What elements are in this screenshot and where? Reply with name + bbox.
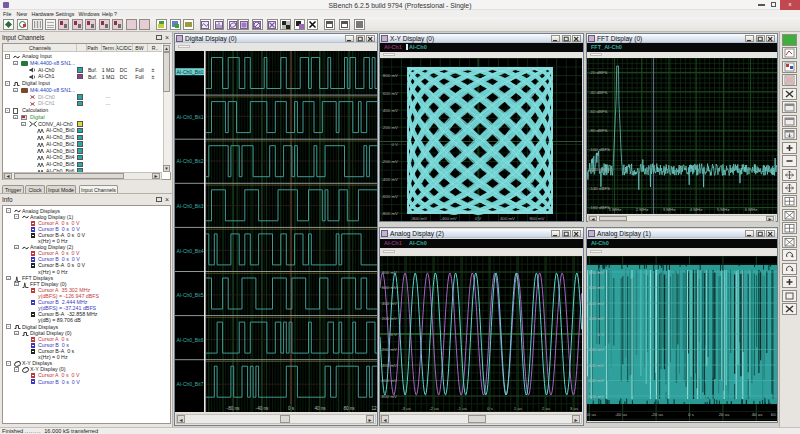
svg-text:-120 dBFS: -120 dBFS <box>589 167 610 172</box>
svg-text:-3 us: -3 us <box>401 406 412 411</box>
svg-text:600 mV: 600 mV <box>383 91 398 96</box>
svg-text:1 us: 1 us <box>514 406 523 411</box>
svg-text:200 mV: 200 mV <box>589 316 604 321</box>
svg-text:-200 mV: -200 mV <box>380 347 397 352</box>
svg-text:-80 ns: -80 ns <box>227 406 240 411</box>
svg-text:AI-Ch0_Bit2: AI-Ch0_Bit2 <box>177 158 204 164</box>
svg-text:AI-Ch0_Bit0: AI-Ch0_Bit0 <box>177 69 204 75</box>
svg-text:6 MHz: 6 MHz <box>745 207 758 212</box>
svg-text:-400 mV: -400 mV <box>587 363 604 368</box>
svg-text:0 s: 0 s <box>688 412 695 417</box>
svg-text:600 mV: 600 mV <box>382 285 397 290</box>
svg-text:40 ns: 40 ns <box>314 406 326 411</box>
svg-text:200 mV: 200 mV <box>383 125 398 130</box>
svg-text:-600 mV: -600 mV <box>381 194 398 199</box>
svg-text:200 mV: 200 mV <box>382 316 397 321</box>
svg-text:800 mV: 800 mV <box>589 270 604 275</box>
svg-text:-600 mV: -600 mV <box>380 378 397 383</box>
svg-text:5 MHz: 5 MHz <box>717 207 730 212</box>
svg-text:-400 mV: -400 mV <box>381 177 398 182</box>
svg-text:AI-Ch0_Bit5: AI-Ch0_Bit5 <box>177 292 204 298</box>
svg-text:AI-Ch0_Bit4: AI-Ch0_Bit4 <box>177 248 204 254</box>
svg-text:0 V: 0 V <box>391 142 398 147</box>
svg-text:1 MHz: 1 MHz <box>609 207 622 212</box>
svg-text:3 MHz: 3 MHz <box>663 207 676 212</box>
svg-text:800 mV: 800 mV <box>382 270 397 275</box>
svg-text:-600 mV: -600 mV <box>587 378 604 383</box>
svg-text:-40 us: -40 us <box>615 412 628 417</box>
svg-text:0 V: 0 V <box>597 332 604 337</box>
svg-text:-1 us: -1 us <box>457 406 468 411</box>
svg-text:0 V: 0 V <box>390 332 397 337</box>
svg-text:-40 dBFS: -40 dBFS <box>589 90 608 95</box>
svg-text:-800 mV: -800 mV <box>587 394 604 399</box>
svg-text:400 mV: 400 mV <box>500 216 515 221</box>
svg-text:4 MHz: 4 MHz <box>690 207 703 212</box>
svg-text:0 s: 0 s <box>487 406 494 411</box>
svg-text:-200 mV: -200 mV <box>587 347 604 352</box>
svg-text:-400 mV: -400 mV <box>380 363 397 368</box>
svg-text:-200 mV: -200 mV <box>381 159 398 164</box>
svg-text:AI-Ch0_Bit1: AI-Ch0_Bit1 <box>177 114 204 120</box>
svg-text:-20 dBFS: -20 dBFS <box>589 70 608 75</box>
svg-text:-100 dBFS: -100 dBFS <box>589 147 610 152</box>
svg-text:-800 mV: -800 mV <box>381 211 398 216</box>
svg-text:-80 dBFS: -80 dBFS <box>589 128 608 133</box>
svg-text:-60 dBFS: -60 dBFS <box>589 109 608 114</box>
svg-text:AI-Ch0_Bit7: AI-Ch0_Bit7 <box>177 381 204 387</box>
svg-text:3 us: 3 us <box>570 406 579 411</box>
svg-text:AI-Ch0_Bit6: AI-Ch0_Bit6 <box>177 337 204 343</box>
svg-text:20 us: 20 us <box>719 412 731 417</box>
svg-text:60 u: 60 u <box>771 412 777 417</box>
svg-text:0 V: 0 V <box>475 216 482 221</box>
svg-text:80 ns: 80 ns <box>343 406 355 411</box>
svg-text:2 us: 2 us <box>542 406 551 411</box>
svg-text:-20 us: -20 us <box>651 412 664 417</box>
svg-text:-60 us: -60 us <box>587 412 597 417</box>
svg-text:12: 12 <box>371 406 377 411</box>
svg-text:-160 dBFS: -160 dBFS <box>589 205 610 210</box>
svg-text:-800 mV: -800 mV <box>411 216 428 221</box>
svg-text:2 MHz: 2 MHz <box>636 207 649 212</box>
svg-text:AI-Ch0_Bit3: AI-Ch0_Bit3 <box>177 203 204 209</box>
svg-text:0 s: 0 s <box>288 406 295 411</box>
svg-text:400 mV: 400 mV <box>382 301 397 306</box>
svg-text:-800 mV: -800 mV <box>380 394 397 399</box>
svg-text:800 mV: 800 mV <box>383 73 398 78</box>
svg-text:400 mV: 400 mV <box>589 301 604 306</box>
svg-text:400 mV: 400 mV <box>383 108 398 113</box>
svg-text:-40 ns: -40 ns <box>256 406 269 411</box>
svg-text:40 us: 40 us <box>752 412 764 417</box>
svg-text:-140 dBFS: -140 dBFS <box>589 186 610 191</box>
svg-text:-400 mV: -400 mV <box>440 216 457 221</box>
svg-text:600 mV: 600 mV <box>589 285 604 290</box>
svg-text:800 mV: 800 mV <box>529 216 544 221</box>
svg-text:-2 us: -2 us <box>429 406 440 411</box>
